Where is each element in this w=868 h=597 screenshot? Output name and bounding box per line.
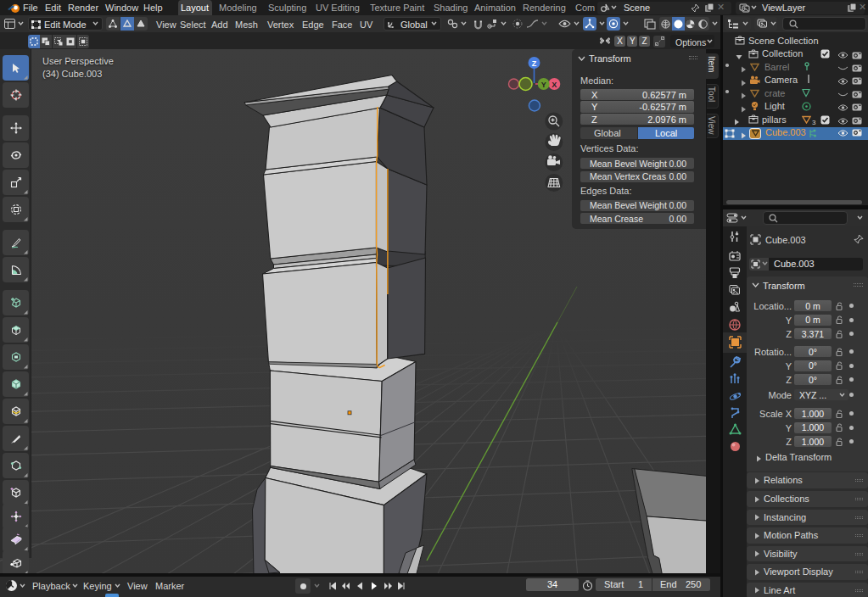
svg-text:X: X (552, 81, 557, 89)
svg-text:Y: Y (541, 81, 546, 89)
svg-text:Z: Z (532, 59, 537, 68)
